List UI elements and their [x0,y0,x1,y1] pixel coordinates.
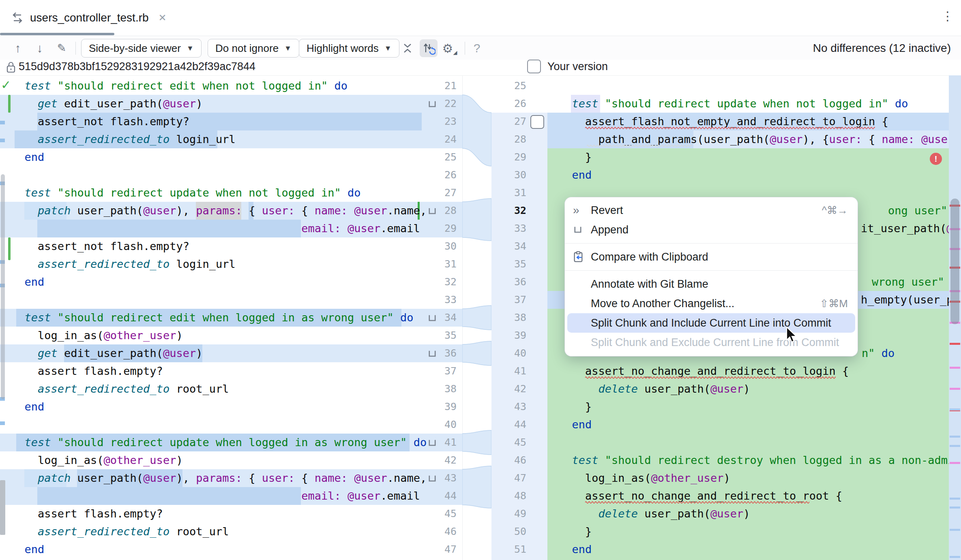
line-number: 28 [514,130,526,148]
line-number: 35 [444,327,457,344]
change-mark [950,498,960,500]
right-error-stripe[interactable] [949,75,961,560]
change-mark [950,445,960,447]
code-line: assert flash.empty? [11,505,163,523]
append-gutter-icon[interactable] [427,474,437,483]
line-number: 44 [514,416,526,434]
chunk-checkbox[interactable] [530,115,544,129]
help-button[interactable]: ? [470,39,484,57]
append-gutter-icon[interactable] [427,313,437,323]
viewer-mode-select[interactable]: Side-by-side viewer▼ [81,39,202,58]
change-mark [950,436,960,438]
code-line: patch user_path(@user), params: { user: … [11,202,427,220]
menu-item-label: Revert [591,204,822,217]
line-number: 40 [514,344,526,362]
sync-scroll-toggle[interactable] [420,39,438,57]
menu-shortcut: ⇧⌘M [820,297,848,310]
collapse-unchanged-button[interactable] [399,39,416,57]
line-number: 49 [514,505,526,523]
code-line: it_user_path(@u [861,220,949,237]
menu-item-label: Annotate with Git Blame [591,278,848,291]
append-gutter-icon[interactable] [427,438,437,448]
line-number: 30 [514,166,526,184]
line-number: 25 [514,77,526,95]
code-line: } [559,523,592,541]
line-number: 41 [444,434,457,451]
code-line: get edit_user_path(@user) [11,95,202,113]
change-mark [950,408,960,410]
code-line: n" do [862,344,895,362]
line-number: 24 [444,130,457,148]
diff-window: users_controller_test.rb ✕ ⋮ ↑ ↓ ✎ Side-… [0,0,961,560]
scrollbar-block [0,480,5,535]
next-change-button[interactable]: ↓ [32,39,48,57]
left-scrollbar[interactable] [0,75,6,560]
mouse-cursor-icon [786,327,800,343]
append-gutter-icon[interactable] [427,206,437,216]
kebab-menu-icon[interactable]: ⋮ [942,9,954,23]
menu-item-revert[interactable]: »Revert^⌘→ [567,201,855,220]
line-number: 40 [444,416,457,434]
code-line: email: @user.email [11,220,420,237]
append-icon [573,225,591,235]
code-line: assert_redirected_to root_url [11,523,229,541]
append-gutter-icon[interactable] [427,349,437,359]
line-number: 30 [444,237,457,255]
change-mark [950,388,960,390]
your-version-checkbox[interactable] [527,60,541,73]
tab-title: users_controller_test.rb [30,11,149,24]
previous-change-button[interactable]: ↑ [10,39,26,57]
error-badge: ! [930,153,942,165]
line-number: 22 [444,95,457,113]
code-line: end [11,273,44,291]
line-number: 28 [444,202,457,220]
line-number: 26 [444,166,457,184]
scrollbar-thumb [1,174,5,399]
whitespace-mode-select[interactable]: Do not ignore▼ [208,39,299,58]
highlight-mode-select[interactable]: Highlight words▼ [299,39,399,58]
line-number: 51 [514,541,526,558]
added-gutter-bar [8,95,11,113]
menu-shortcut: ^⌘→ [822,204,848,217]
chevron-down-icon: ▼ [384,44,392,53]
change-mark [950,529,960,531]
code-line: delete user_path(@user) [559,505,750,523]
menu-item-append[interactable]: Append [567,220,855,239]
line-number: 45 [444,505,457,523]
left-editor[interactable]: test "should redirect edit when not logg… [0,75,463,560]
menu-item-annotate-with-git-blame[interactable]: Annotate with Git Blame [567,274,855,294]
settings-gear-icon[interactable]: ⚙◢ [441,39,459,57]
file-tab[interactable]: users_controller_test.rb ✕ [0,0,175,35]
lock-icon [6,61,16,74]
line-number: 42 [514,380,526,398]
line-number: 27 [444,184,457,202]
append-gutter-icon[interactable] [427,99,437,109]
menu-item-label: Move to Another Changelist... [591,297,820,310]
code-line: end [559,541,592,558]
code-line: end [559,416,592,434]
line-number: 25 [444,148,457,166]
menu-item-compare-with-clipboard[interactable]: Compare with Clipboard [567,247,855,267]
tab-bar: users_controller_test.rb ✕ ⋮ [0,0,961,36]
line-number: 42 [444,451,457,469]
line-number: 33 [514,220,526,237]
code-line: test "should redirect update when not lo… [559,95,908,113]
line-number: 34 [444,309,457,327]
tab-close-icon[interactable]: ✕ [159,12,167,24]
error-squiggle [585,501,809,504]
line-number: 37 [514,291,526,309]
change-mark [0,121,5,124]
line-number: 21 [444,77,457,95]
menu-item-move-to-another-changelist[interactable]: Move to Another Changelist...⇧⌘M [567,294,855,313]
line-number: 43 [514,398,526,416]
code-line: end [11,541,44,558]
code-line: assert_redirected_to login_url [11,255,236,273]
code-line: test "should redirect update when not lo… [11,184,361,202]
edit-button[interactable]: ✎ [54,39,70,57]
code-line: assert_redirected_to login_url [11,130,236,148]
code-line: end [559,166,592,184]
line-number: 47 [514,469,526,487]
context-menu: »Revert^⌘→AppendCompare with ClipboardAn… [565,197,858,356]
menu-item-split-chunk-and-include-current-line-into-commit[interactable]: Split Chunk and Include Current Line int… [567,313,855,333]
your-version-label: Your version [547,60,608,73]
